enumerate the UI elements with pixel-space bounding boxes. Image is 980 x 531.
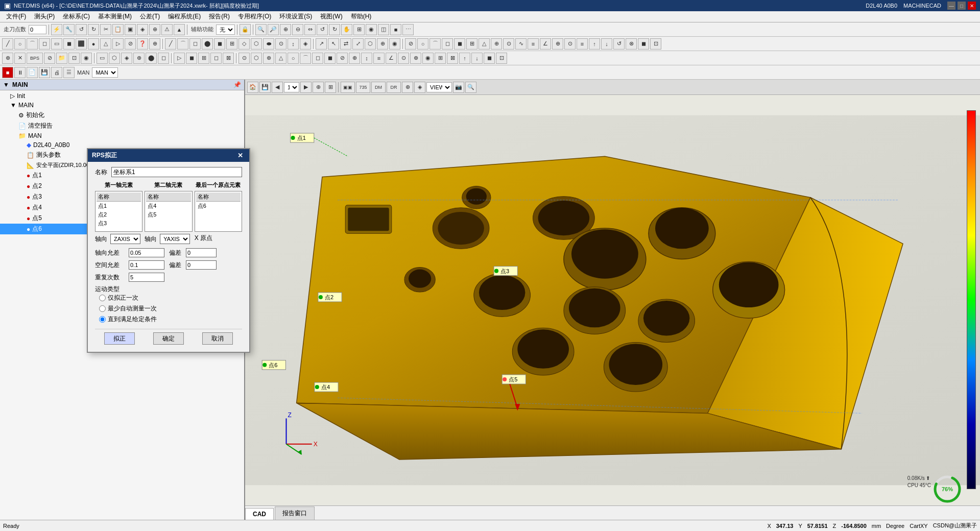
tb3-1[interactable]: ⊕ [2,53,13,64]
tb2-15[interactable]: ⌒ [177,38,188,50]
tree-item-main[interactable]: ▼ MAIN [0,101,244,110]
vt-next[interactable]: ▶ [300,82,312,93]
tb3-39[interactable]: ◼ [484,53,495,64]
tb-zoom1[interactable]: 🔍 [255,24,267,35]
tb-btn-8[interactable]: ◈ [137,24,148,35]
tb2-51[interactable]: ⊗ [626,38,637,50]
tb2-49[interactable]: ↓ [601,38,612,50]
tb3-35[interactable]: ⊞ [435,53,446,64]
tree-item-init2[interactable]: ⚙ 初始化 [0,110,244,120]
tb3-14[interactable]: ▷ [174,53,185,64]
tb4-print[interactable]: 🖨 [51,67,62,78]
radio-until-input[interactable] [99,316,106,323]
tb3-2[interactable]: ✕ [14,53,26,64]
tb2-37[interactable]: ◼ [454,38,465,50]
tb3-31[interactable]: ∠ [386,53,397,64]
menu-help[interactable]: 帮助(H) [347,11,376,22]
axis2-item-1[interactable]: 点4 [146,202,190,210]
vt-b4[interactable]: DR [387,82,401,93]
axis2-item-2[interactable]: 点5 [146,210,190,219]
tb3-24[interactable]: ⌒ [300,53,311,64]
vt-add[interactable]: ⊕ [313,82,324,93]
tb2-34[interactable]: ○ [417,38,428,50]
cancel-button[interactable]: 取消 [202,332,233,345]
tb3-29[interactable]: ↕ [361,53,372,64]
tol-space-input[interactable] [129,260,164,270]
tb-zoom4[interactable]: ⊖ [292,24,303,35]
tb2-27[interactable]: ↖ [328,38,339,50]
tree-item-clear[interactable]: 📄 清空报告 [0,120,244,131]
tb3-22[interactable]: △ [275,53,286,64]
tb3-11[interactable]: ⊕ [133,53,145,64]
tb2-8[interactable]: ● [88,38,99,50]
tb-rot1[interactable]: ↺ [317,24,328,35]
vt-grid[interactable]: ⊞ [325,82,336,93]
close-button[interactable]: ✕ [968,2,976,10]
tb-btn-6[interactable]: 📋 [112,24,124,35]
tb2-20[interactable]: ◇ [238,38,250,50]
tb2-24[interactable]: ↕ [288,38,299,50]
points-input[interactable] [29,25,46,34]
tb2-25[interactable]: ◈ [300,38,311,50]
tb3-34[interactable]: ◉ [422,53,434,64]
vt-search[interactable]: 🔍 [465,82,476,93]
menu-settings[interactable]: 环境设置(S) [275,11,316,22]
tb-btn-7[interactable]: ▣ [125,24,136,35]
axis1-list[interactable]: 名称 点1 点2 点3 [95,191,142,232]
axis1-item-1[interactable]: 点1 [97,202,141,210]
tb2-48[interactable]: ↑ [589,38,600,50]
tab-report[interactable]: 报告窗口 [275,506,315,520]
tb4-run[interactable]: ■ [2,67,13,78]
vt-view-select[interactable]: VIEW [426,82,452,92]
tb2-21[interactable]: ⬡ [251,38,262,50]
tb3-3[interactable]: BPS [27,53,43,64]
minimize-button[interactable]: — [947,2,955,10]
menu-report[interactable]: 报告(R) [205,11,234,22]
tb2-10[interactable]: ▷ [112,38,124,50]
tb2-7[interactable]: ⬛ [76,38,87,50]
tb2-19[interactable]: ⊞ [226,38,237,50]
tb2-2[interactable]: ○ [14,38,26,50]
tb2-6[interactable]: ◼ [63,38,75,50]
tb2-42[interactable]: ∿ [515,38,527,50]
tb2-29[interactable]: ⤢ [352,38,364,50]
tb4-save[interactable]: 💾 [39,67,50,78]
axis1-item-2[interactable]: 点2 [97,210,141,219]
tb2-1[interactable]: ╱ [2,38,13,50]
tb2-18[interactable]: ◼ [214,38,225,50]
tb2-52[interactable]: ◼ [638,38,649,50]
tb2-5[interactable]: ▭ [51,38,62,50]
vt-b1[interactable]: ▣▣ [341,82,355,93]
tb-fit[interactable]: ⊞ [353,24,365,35]
tb-btn-5[interactable]: ✂ [100,24,111,35]
tb3-17[interactable]: ◻ [210,53,222,64]
tb-btn-1[interactable]: ⚡ [51,24,62,35]
tb2-14[interactable]: ╱ [165,38,176,50]
maximize-button[interactable]: □ [958,2,966,10]
ok-button[interactable]: 确定 [153,332,184,345]
tb3-40[interactable]: ⊡ [496,53,507,64]
tb3-33[interactable]: ⊕ [410,53,421,64]
vt-b6[interactable]: ◈ [414,82,425,93]
dev-space-input[interactable] [186,260,217,270]
menu-tolerance[interactable]: 公差(T) [136,11,164,22]
tb2-53[interactable]: ⊡ [650,38,661,50]
rectify-button[interactable]: 拟正 [104,332,135,345]
expand-icon[interactable]: ▼ [3,81,9,88]
tb-solid[interactable]: ■ [390,24,401,35]
menu-measure[interactable]: 基本测量(M) [94,11,136,22]
tb2-47[interactable]: ≡ [577,38,588,50]
tb2-36[interactable]: ◻ [442,38,453,50]
tb3-4[interactable]: ⊘ [44,53,55,64]
tb-zoom5[interactable]: ⇔ [304,24,316,35]
repeat-input[interactable] [129,273,164,282]
menu-program[interactable]: 编程系统(E) [164,11,205,22]
tb3-21[interactable]: ⊕ [263,53,274,64]
man-select[interactable]: MAN [92,67,118,78]
tb3-28[interactable]: ⊕ [349,53,360,64]
tb3-23[interactable]: ○ [288,53,299,64]
tb3-12[interactable]: ⬤ [146,53,157,64]
last-item-1[interactable]: 点6 [196,202,241,210]
menu-file[interactable]: 文件(F) [2,11,30,22]
menu-probe[interactable]: 测头(P) [30,11,59,22]
